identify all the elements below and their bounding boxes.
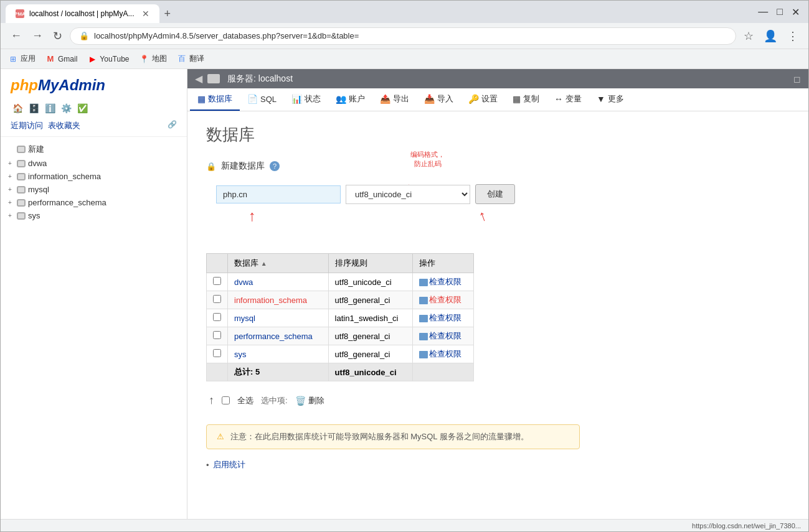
- db-link-perf[interactable]: performance_schema: [234, 332, 313, 341]
- home-icon[interactable]: 🏠: [11, 101, 24, 115]
- table-row: dvwa utf8_unicode_ci 检查权限: [207, 273, 474, 291]
- tab-export[interactable]: 📤 导出: [372, 88, 417, 111]
- bookmark-maps[interactable]: 📍 地图: [140, 54, 167, 64]
- select-all-checkbox[interactable]: [222, 396, 230, 404]
- back-button[interactable]: ←: [8, 27, 24, 45]
- bookmark-gmail[interactable]: M Gmail: [45, 54, 77, 64]
- action-link-sys[interactable]: 检查权限: [429, 349, 461, 358]
- bookmark-youtube[interactable]: ▶ YouTube: [87, 54, 129, 64]
- delete-label: 删除: [308, 395, 324, 406]
- db-link-mysql[interactable]: mysql: [234, 314, 255, 323]
- tab-status[interactable]: 📊 状态: [284, 88, 328, 111]
- tab-sql[interactable]: 📄 SQL: [240, 89, 284, 110]
- url-text: localhost/phpMyAdmin4.8.5/server_databas…: [94, 31, 727, 40]
- encoding-select[interactable]: utf8_unicode_ci utf8_general_ci latin1_s…: [346, 185, 470, 204]
- reload-button[interactable]: ↻: [50, 27, 65, 45]
- row-check-info[interactable]: [213, 295, 221, 303]
- selected-items-label: 选中项:: [261, 395, 288, 406]
- tab-databases-label: 数据库: [208, 93, 232, 105]
- active-tab[interactable]: PMA localhost / localhost | phpMyA... ✕: [6, 4, 159, 23]
- new-tab-button[interactable]: +: [159, 5, 176, 23]
- tree-label-new: 新建: [28, 144, 44, 155]
- tab-more-label: 更多: [608, 93, 624, 105]
- create-db-section: 🔒 新建数据库 ? 编码格式，防止乱码 ↓: [206, 161, 790, 238]
- action-link-info[interactable]: 检查权限: [429, 295, 461, 304]
- tree-item-performance-schema[interactable]: + performance_schema: [1, 196, 187, 209]
- total-label: 总计: 5: [228, 363, 329, 381]
- menu-button[interactable]: ⋮: [785, 27, 801, 45]
- tab-variables[interactable]: ↔ 变量: [547, 88, 589, 111]
- bookmark-apps[interactable]: ⊞ 应用: [8, 54, 35, 64]
- header-server-label: 服务器: localhost: [227, 73, 293, 85]
- tab-import[interactable]: 📥 导入: [417, 88, 461, 111]
- account-button[interactable]: 👤: [761, 27, 780, 45]
- header-back-button[interactable]: ◀: [195, 73, 202, 85]
- action-link-perf[interactable]: 检查权限: [429, 331, 461, 340]
- tree-item-dvwa[interactable]: + dvwa: [1, 157, 187, 170]
- db-name-input[interactable]: [216, 185, 341, 203]
- tab-replicate-label: 复制: [523, 93, 539, 105]
- sort-icon[interactable]: ▲: [261, 260, 267, 267]
- tab-favicon: PMA: [16, 9, 24, 18]
- table-row: performance_schema utf8_general_ci 检查权限: [207, 327, 474, 345]
- sidebar-collapse-icon[interactable]: 🔗: [168, 120, 177, 131]
- browser-toolbar: ← → ↻ 🔒 localhost/phpMyAdmin4.8.5/server…: [1, 23, 808, 49]
- arrow-area: ↑ ↑: [211, 204, 790, 238]
- check-icon[interactable]: ✅: [75, 101, 89, 115]
- help-icon[interactable]: ?: [270, 161, 280, 171]
- db-link-sys[interactable]: sys: [234, 350, 247, 359]
- enable-stats-link[interactable]: 启用统计: [213, 459, 245, 470]
- tab-accounts-label: 账户: [349, 93, 365, 105]
- sidebar-tree: 新建 + dvwa + information_schema +: [1, 137, 187, 519]
- action-link-dvwa[interactable]: 检查权限: [429, 277, 461, 286]
- action-icon-dvwa: [419, 279, 428, 286]
- row-check-dvwa[interactable]: [213, 277, 221, 285]
- close-button[interactable]: ✕: [788, 5, 803, 19]
- row-check-sys[interactable]: [213, 349, 221, 357]
- bookmark-translate[interactable]: 百 翻译: [177, 54, 204, 64]
- row-check-mysql[interactable]: [213, 313, 221, 321]
- maps-icon: 📍: [140, 54, 149, 64]
- tab-settings[interactable]: 🔑 设置: [461, 88, 505, 111]
- settings-icon[interactable]: ⚙️: [59, 101, 73, 115]
- phpmyadmin-logo: phpMyAdmin: [1, 69, 187, 99]
- lock-icon: 🔒: [206, 162, 216, 171]
- tree-item-sys[interactable]: + sys: [1, 209, 187, 222]
- info-icon[interactable]: ℹ️: [43, 101, 57, 115]
- tree-toggle-sys: +: [8, 212, 14, 219]
- db-link-dvwa[interactable]: dvwa: [234, 278, 253, 287]
- tab-title: localhost / localhost | phpMyA...: [29, 9, 135, 18]
- create-form-wrapper: 编码格式，防止乱码 ↓ utf8_unicode_ci utf8_general…: [211, 184, 790, 238]
- action-link-mysql[interactable]: 检查权限: [429, 313, 461, 322]
- address-bar[interactable]: 🔒 localhost/phpMyAdmin4.8.5/server_datab…: [70, 27, 736, 45]
- sql-icon[interactable]: 🗄️: [27, 101, 40, 115]
- total-collation: utf8_unicode_ci: [328, 363, 412, 381]
- tab-variables-label: 变量: [565, 93, 582, 105]
- row-check-perf[interactable]: [213, 331, 221, 339]
- tab-databases[interactable]: ▦ 数据库: [190, 88, 240, 111]
- tree-label-dvwa: dvwa: [28, 159, 47, 168]
- delete-button[interactable]: 🗑️ 删除: [295, 395, 324, 406]
- bookmark-button[interactable]: ☆: [741, 27, 756, 45]
- recent-link[interactable]: 近期访问: [11, 120, 43, 131]
- tree-item-new[interactable]: 新建: [1, 142, 187, 157]
- collation-info: utf8_general_ci: [328, 291, 412, 309]
- tree-item-information-schema[interactable]: + information_schema: [1, 170, 187, 183]
- tab-more[interactable]: ▼ 更多: [589, 88, 632, 111]
- forward-button[interactable]: →: [29, 27, 45, 45]
- db-link-info[interactable]: information_schema: [234, 296, 307, 305]
- window-controls: — □ ✕: [754, 5, 803, 19]
- tab-close-button[interactable]: ✕: [142, 9, 149, 19]
- tree-item-mysql[interactable]: + mysql: [1, 183, 187, 196]
- tab-accounts[interactable]: 👥 账户: [328, 88, 372, 111]
- logo-my: My: [38, 77, 59, 94]
- db-icon-perf: [17, 199, 26, 207]
- tab-replicate[interactable]: ▦ 复制: [505, 88, 547, 111]
- collation-perf: utf8_general_ci: [328, 327, 412, 345]
- create-db-button[interactable]: 创建: [475, 184, 515, 204]
- favorites-link[interactable]: 表收藏夹: [48, 120, 80, 131]
- maximize-button[interactable]: □: [773, 5, 787, 19]
- youtube-icon: ▶: [87, 54, 97, 64]
- header-expand-button[interactable]: ◻: [793, 74, 801, 84]
- minimize-button[interactable]: —: [754, 5, 772, 19]
